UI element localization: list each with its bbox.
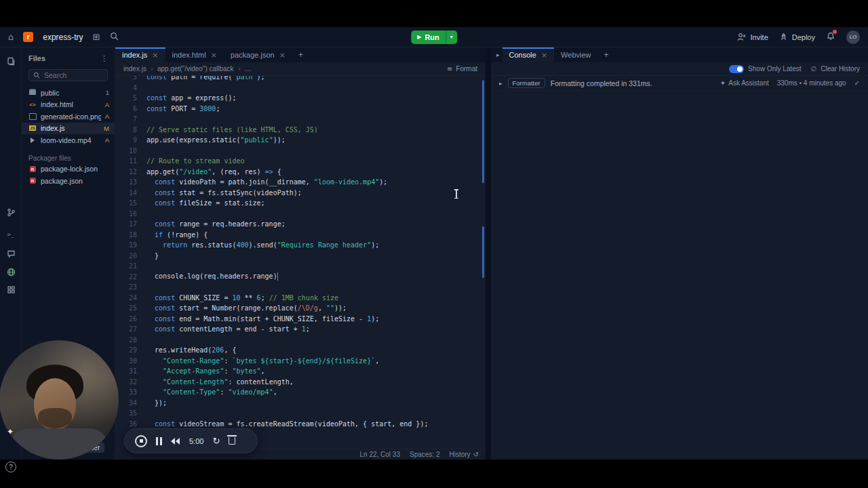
console-log-entry[interactable]: ▸ Formatter Formatting completed in 331m… — [491, 76, 868, 91]
panel-resizer[interactable] — [486, 47, 491, 460]
code-line[interactable]: 22 console.log(req.headers.range) — [115, 272, 486, 283]
code-line[interactable]: 4 — [115, 83, 486, 94]
git-branch-icon[interactable] — [0, 208, 22, 217]
file-generated-icon.png[interactable]: generated-icon.pngA — [22, 110, 115, 123]
close-icon[interactable] — [211, 51, 217, 60]
code-line[interactable]: 17 const range = req.headers.range; — [115, 219, 486, 230]
code-line[interactable]: 19 return res.status(400).send("Requires… — [115, 240, 486, 251]
code-line[interactable]: 13 const videoPath = path.join(__dirname… — [115, 177, 486, 188]
code-line[interactable]: 32 "Content-Length": contentLength, — [115, 377, 486, 388]
chat-icon[interactable] — [0, 249, 22, 258]
toggle-switch[interactable] — [729, 65, 744, 73]
code-line[interactable]: 28 — [115, 335, 486, 346]
code-area[interactable]: 3const path = require("path");45const ap… — [115, 76, 486, 449]
files-tool-icon[interactable] — [0, 57, 22, 66]
help-button[interactable]: ? — [5, 462, 16, 472]
file-loom-video.mp4[interactable]: loom-video.mp4A — [22, 134, 115, 146]
tab-label: package.json — [231, 51, 275, 59]
code-line[interactable]: 6const PORT = 3000; — [115, 104, 486, 115]
console-tab-Console[interactable]: Console — [502, 47, 555, 62]
notifications-button[interactable] — [826, 31, 835, 43]
stop-recording-button[interactable] — [135, 435, 147, 447]
file-package-lock.json[interactable]: package-lock.json — [22, 163, 115, 176]
code-line[interactable]: 26 const end = Math.min(start + CHUNK_SI… — [115, 314, 486, 325]
file-index.html[interactable]: index.htmlA — [22, 99, 115, 111]
run-options-chevron-icon[interactable]: ▾ — [446, 30, 457, 44]
close-icon[interactable] — [541, 51, 547, 60]
tab-index.js[interactable]: index.js — [115, 47, 165, 62]
code-line[interactable]: 9app.use(express.static("public")); — [115, 135, 486, 146]
code-line[interactable]: 35 — [115, 408, 486, 419]
ask-assistant-button[interactable]: ✦ Ask Assistant — [720, 79, 769, 87]
code-line[interactable]: 15 const fileSize = stat.size; — [115, 198, 486, 209]
code-line[interactable]: 31 "Accept-Ranges": "bytes", — [115, 366, 486, 377]
run-button[interactable]: ▶ Run — [411, 30, 446, 44]
code-line[interactable]: 29 res.writeHead(206, { — [115, 345, 486, 356]
home-icon[interactable]: ⌂ — [8, 33, 14, 41]
extensions-grid-icon[interactable] — [0, 285, 22, 294]
code-line[interactable]: 5const app = express(); — [115, 93, 486, 104]
globe-icon[interactable] — [0, 268, 22, 277]
code-line[interactable]: 11// Route to stream video — [115, 156, 486, 167]
delete-recording-button[interactable] — [229, 437, 235, 445]
format-button[interactable]: ≡ Format — [447, 65, 477, 73]
code-line[interactable]: 18 if (!range) { — [115, 230, 486, 241]
code-line[interactable]: 3const path = require("path"); — [115, 76, 486, 83]
code-line[interactable]: 10 — [115, 146, 486, 157]
console-output-area[interactable] — [491, 91, 868, 460]
pause-recording-button[interactable] — [156, 437, 162, 445]
console-tab-Webview[interactable]: Webview — [554, 47, 597, 62]
code-line[interactable]: 12app.get("/video", (req, res) => { — [115, 167, 486, 178]
file-search[interactable] — [28, 69, 108, 81]
file-search-input[interactable] — [44, 71, 98, 79]
panel-collapse-chevron-icon[interactable]: ▸ — [491, 47, 502, 62]
format-icon: ≡ — [447, 65, 452, 73]
code-line[interactable]: 24 const CHUNK_SIZE = 10 ** 6; // 1MB ch… — [115, 293, 486, 304]
code-line[interactable]: 36 const videoStream = fs.createReadStre… — [115, 419, 486, 430]
scrollbar-segment[interactable] — [482, 226, 484, 278]
history-button[interactable]: History ↺ — [449, 451, 479, 458]
file-public[interactable]: public1 — [22, 87, 115, 99]
code-line[interactable]: 27 const contentLength = end - start + 1… — [115, 324, 486, 335]
shell-icon[interactable]: >_ — [0, 231, 22, 238]
invite-button[interactable]: Invite — [737, 33, 768, 41]
close-icon[interactable] — [279, 51, 285, 60]
tab-package.json[interactable]: package.json — [224, 47, 292, 62]
clear-history-button[interactable]: ∅ Clear History — [810, 65, 860, 73]
code-line[interactable]: 8// Serve static files (like HTML, CSS, … — [115, 125, 486, 136]
breadcrumb-item[interactable]: index.js — [123, 65, 146, 73]
avatar[interactable]: LO — [846, 30, 860, 44]
code-line[interactable]: 33 "Content-Type": "video/mp4", — [115, 387, 486, 398]
sparkle-icon[interactable]: ✦ — [7, 427, 14, 436]
show-only-latest-toggle[interactable]: Show Only Latest — [729, 65, 801, 73]
code-line[interactable]: 14 const stat = fs.statSync(videoPath); — [115, 188, 486, 199]
code-line[interactable]: 16 — [115, 209, 486, 220]
scrollbar-segment[interactable] — [482, 80, 484, 183]
close-icon[interactable] — [152, 51, 158, 60]
deploy-button[interactable]: Deploy — [779, 33, 815, 41]
workspace-title[interactable]: express-try — [43, 33, 83, 42]
webcam-overlay[interactable] — [0, 340, 119, 460]
breadcrumb-item[interactable]: … — [245, 65, 252, 73]
tab-index.html[interactable]: index.html — [165, 47, 224, 62]
entry-expand-chevron-icon[interactable]: ▸ — [499, 80, 502, 87]
new-console-tab-button[interactable]: + — [598, 47, 615, 62]
cursor-position[interactable]: Ln 22, Col 33 — [360, 451, 401, 458]
breadcrumb-item[interactable]: app.get("/video") callback — [157, 65, 234, 73]
code-line[interactable]: 23 — [115, 282, 486, 293]
restart-recording-button[interactable]: ↻ — [212, 436, 220, 446]
new-tab-button[interactable]: + — [292, 47, 309, 62]
code-line[interactable]: 34 }); — [115, 398, 486, 409]
code-line[interactable]: 21 — [115, 261, 486, 272]
files-menu-icon[interactable]: ⋮ — [100, 54, 108, 63]
code-line[interactable]: 7 — [115, 114, 486, 125]
code-line[interactable]: 25 const start = Number(range.replace(/\… — [115, 303, 486, 314]
file-index.js[interactable]: index.jsM — [22, 123, 115, 135]
code-line[interactable]: 20 } — [115, 251, 486, 262]
indentation-setting[interactable]: Spaces: 2 — [410, 451, 439, 458]
code-line[interactable]: 30 "Content-Range": `bytes ${start}-${en… — [115, 356, 486, 367]
file-package.json[interactable]: package.json — [22, 175, 115, 187]
search-icon[interactable] — [110, 32, 119, 42]
rewind-button[interactable] — [171, 438, 180, 445]
apps-grid-icon[interactable]: ⊞ — [93, 33, 100, 41]
